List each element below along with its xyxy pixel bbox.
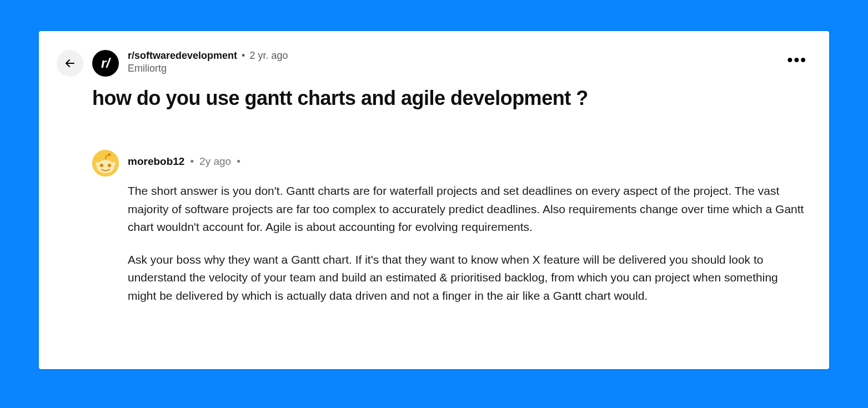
comment-paragraph: Ask your boss why they want a Gantt char…	[128, 251, 807, 305]
snoo-icon	[92, 150, 119, 177]
post-age: 2 yr. ago	[249, 50, 288, 62]
comment-author-link[interactable]: morebob12	[128, 155, 184, 168]
comment-meta: morebob12 • 2y ago •	[128, 150, 807, 168]
comment: morebob12 • 2y ago • The short answer is…	[92, 150, 807, 305]
post-header: r/ r/softwaredevelopment • 2 yr. ago Emi…	[57, 50, 807, 77]
meta-dot: •	[190, 155, 194, 168]
comment-paragraph: The short answer is you don't. Gantt cha…	[128, 182, 807, 236]
meta-separator: •	[242, 50, 245, 62]
post-card: r/ r/softwaredevelopment • 2 yr. ago Emi…	[39, 31, 829, 369]
comment-avatar[interactable]	[92, 150, 119, 177]
more-options-button[interactable]: •••	[787, 50, 807, 68]
post-title: how do you use gantt charts and agile de…	[92, 87, 807, 110]
svg-point-1	[108, 153, 111, 156]
post-meta-line1: r/softwaredevelopment • 2 yr. ago	[128, 50, 779, 62]
back-button[interactable]	[57, 50, 83, 77]
svg-point-4	[108, 164, 111, 167]
svg-point-6	[112, 162, 116, 165]
subreddit-link[interactable]: r/softwaredevelopment	[128, 50, 237, 62]
svg-point-5	[96, 162, 99, 165]
subreddit-avatar-text: r/	[101, 56, 110, 71]
post-meta: r/softwaredevelopment • 2 yr. ago Emilio…	[128, 50, 779, 74]
post-author-link[interactable]: Emiliortg	[128, 63, 779, 74]
subreddit-avatar[interactable]: r/	[92, 50, 119, 77]
more-icon: •••	[787, 51, 807, 68]
svg-point-3	[100, 164, 103, 167]
arrow-left-icon	[63, 57, 77, 70]
comment-age: 2y ago	[199, 155, 231, 168]
meta-dot-trailing: •	[237, 155, 240, 168]
comment-content: morebob12 • 2y ago • The short answer is…	[128, 150, 807, 305]
comment-body: The short answer is you don't. Gantt cha…	[128, 182, 807, 305]
